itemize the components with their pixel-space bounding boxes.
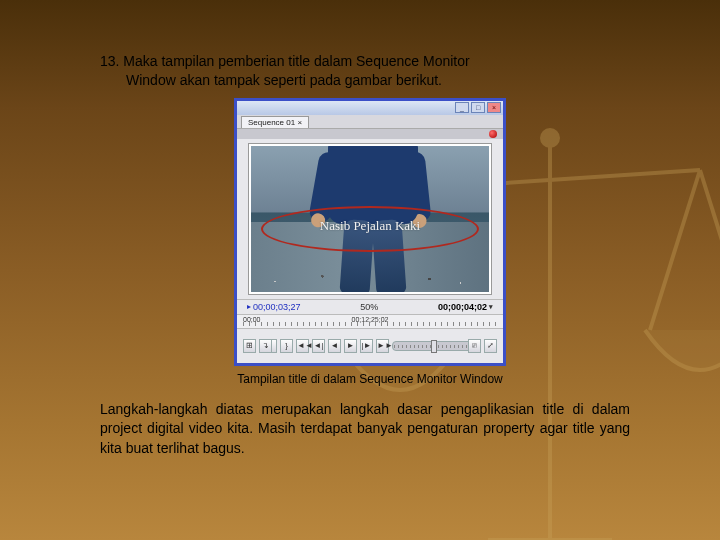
- step-back-button[interactable]: ◄|: [312, 339, 325, 353]
- timecode-bar: 00;00;03;27 50% 00;00;04;02: [237, 299, 503, 315]
- duration-timecode[interactable]: 00;00;04;02: [438, 302, 493, 312]
- minimize-button[interactable]: _: [455, 102, 469, 113]
- safe-margins-button[interactable]: ⤢: [484, 339, 497, 353]
- set-out-button[interactable]: ↴: [259, 339, 272, 353]
- zoom-level[interactable]: 50%: [360, 302, 378, 312]
- step-line2: Window akan tampak seperti pada gambar b…: [100, 71, 640, 90]
- slide-content: 13. Maka tampilan pemberian title dalam …: [0, 0, 720, 459]
- video-title-overlay: Nasib Pejalan Kaki: [320, 218, 420, 234]
- record-bar: [237, 129, 503, 139]
- window-titlebar: _ □ ×: [237, 101, 503, 115]
- close-button[interactable]: ×: [487, 102, 501, 113]
- video-preview: Nasib Pejalan Kaki: [251, 146, 489, 292]
- maximize-button[interactable]: □: [471, 102, 485, 113]
- play-reverse-button[interactable]: ◄: [328, 339, 341, 353]
- set-in-button[interactable]: ⊞: [243, 339, 256, 353]
- sequence-tab[interactable]: Sequence 01 ×: [241, 116, 309, 128]
- tab-row: Sequence 01 ×: [237, 115, 503, 129]
- step-forward-button[interactable]: |►: [360, 339, 373, 353]
- video-preview-frame: Nasib Pejalan Kaki: [248, 143, 492, 295]
- goto-out-button[interactable]: }: [280, 339, 293, 353]
- figure-caption: Tampilan title di dalam Sequence Monitor…: [100, 372, 640, 386]
- current-timecode[interactable]: 00;00;03;27: [247, 302, 301, 312]
- jog-wheel[interactable]: [392, 341, 476, 351]
- step-text: 13. Maka tampilan pemberian title dalam …: [100, 52, 640, 90]
- step-line1: 13. Maka tampilan pemberian title dalam …: [100, 53, 470, 69]
- time-ruler[interactable]: 00;00 00;12;25;02: [237, 315, 503, 329]
- loop-button[interactable]: ⎚: [468, 339, 481, 353]
- fast-forward-button[interactable]: ►►: [376, 339, 389, 353]
- record-icon: [489, 130, 497, 138]
- play-button[interactable]: ►: [344, 339, 357, 353]
- rewind-button[interactable]: ◄◄: [296, 339, 309, 353]
- sequence-monitor-window: _ □ × Sequence 01 ×: [237, 101, 503, 363]
- closing-paragraph: Langkah-langkah diatas merupakan langkah…: [100, 400, 640, 459]
- sequence-monitor-figure: _ □ × Sequence 01 ×: [234, 98, 506, 366]
- playback-controls: ⊞ ↴ { } ◄◄ ◄| ◄ ► |► ►► ⎚ ⤢: [237, 329, 503, 363]
